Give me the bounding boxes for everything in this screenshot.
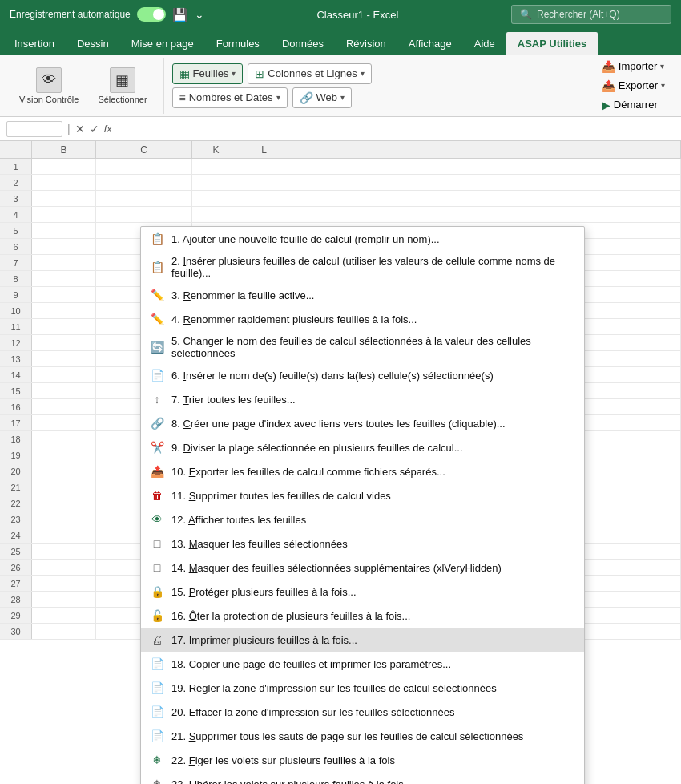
cell-c3[interactable] <box>96 191 192 206</box>
table-row[interactable]: 2 <box>0 175 681 191</box>
cell-l2[interactable] <box>240 175 681 190</box>
cell-b18[interactable] <box>32 431 96 447</box>
cell-l4[interactable] <box>240 207 681 222</box>
menu-item[interactable]: 📄18. Copier une page de feuilles et impr… <box>141 652 584 676</box>
ribbon-btn-selectionner[interactable]: ▦ Sélectionner <box>91 64 153 107</box>
cell-c4[interactable] <box>96 207 192 222</box>
cell-b6[interactable] <box>32 239 96 254</box>
menu-item[interactable]: 🔗8. Créer une page d'index avec liens ve… <box>141 411 584 435</box>
tab-revision[interactable]: Révision <box>335 32 397 55</box>
cell-b30[interactable] <box>32 624 96 639</box>
cell-b16[interactable] <box>32 399 96 414</box>
menu-item[interactable]: ✂️9. Diviser la plage sélectionnée en pl… <box>141 435 584 459</box>
cell-b28[interactable] <box>32 592 96 607</box>
cell-b12[interactable] <box>32 335 96 350</box>
tab-mise-en-page[interactable]: Mise en page <box>120 32 205 55</box>
cell-b13[interactable] <box>32 351 96 366</box>
cell-b15[interactable] <box>32 383 96 398</box>
cell-c1[interactable] <box>96 159 192 174</box>
menu-item[interactable]: ❄23. Libérer les volets sur plusieurs fe… <box>141 772 584 784</box>
cell-b5[interactable] <box>32 223 96 238</box>
colonnes-lignes-dropdown[interactable]: ⊞ Colonnes et Lignes ▾ <box>248 63 371 84</box>
cell-c2[interactable] <box>96 175 192 190</box>
tab-affichage[interactable]: Affichage <box>397 32 463 55</box>
cell-b10[interactable] <box>32 303 96 318</box>
col-header-c[interactable]: C <box>96 141 192 158</box>
menu-item[interactable]: 📄21. Supprimer tous les sauts de page su… <box>141 724 584 748</box>
cell-k2[interactable] <box>192 175 240 190</box>
cell-b4[interactable] <box>32 207 96 222</box>
cell-b25[interactable] <box>32 544 96 559</box>
cell-b2[interactable] <box>32 175 96 190</box>
menu-item[interactable]: 📄6. Insérer le nom de(s) feuille(s) dans… <box>141 363 584 387</box>
table-row[interactable]: 4 <box>0 207 681 223</box>
name-box[interactable] <box>6 121 62 137</box>
menu-item[interactable]: 📄20. Effacer la zone d'impression sur le… <box>141 700 584 724</box>
menu-item[interactable]: 🔓16. Ôter la protection de plusieurs feu… <box>141 604 584 628</box>
tab-donnees[interactable]: Données <box>271 32 335 55</box>
cell-k4[interactable] <box>192 207 240 222</box>
menu-item[interactable]: □13. Masquer les feuilles sélectionnées <box>141 531 584 556</box>
menu-item[interactable]: 📤10. Exporter les feuilles de calcul com… <box>141 459 584 483</box>
cell-b8[interactable] <box>32 271 96 286</box>
cell-b7[interactable] <box>32 255 96 270</box>
cell-b17[interactable] <box>32 415 96 430</box>
cell-b24[interactable] <box>32 527 96 543</box>
cell-b22[interactable] <box>32 495 96 511</box>
web-dropdown[interactable]: 🔗 Web ▾ <box>292 87 353 108</box>
tab-dessin[interactable]: Dessin <box>66 32 120 55</box>
cell-k1[interactable] <box>192 159 240 174</box>
cell-b1[interactable] <box>32 159 96 174</box>
menu-item[interactable]: 👁12. Afficher toutes les feuilles <box>141 507 584 531</box>
nombres-dates-dropdown[interactable]: ≡ Nombres et Dates ▾ <box>172 87 288 108</box>
menu-item[interactable]: ↕7. Trier toutes les feuilles... <box>141 387 584 411</box>
menu-item[interactable]: 🖨17. Imprimer plusieurs feuilles à la fo… <box>141 628 584 652</box>
menu-item[interactable]: 🔄5. Changer le nom des feuilles de calcu… <box>141 331 584 363</box>
formula-input[interactable] <box>117 121 675 136</box>
col-header-b[interactable]: B <box>32 141 96 158</box>
cell-b21[interactable] <box>32 479 96 495</box>
menu-item[interactable]: 📋2. Insérer plusieurs feuilles de calcul… <box>141 251 584 283</box>
cell-b14[interactable] <box>32 367 96 382</box>
ribbon-btn-vision[interactable]: 👁 Vision Contrôle <box>13 64 85 107</box>
table-row[interactable]: 3 <box>0 191 681 207</box>
tab-insertion[interactable]: Insertion <box>3 32 66 55</box>
menu-item[interactable]: □14. Masquer des feuilles sélectionnées … <box>141 556 584 580</box>
cell-b27[interactable] <box>32 576 96 591</box>
tab-formules[interactable]: Formules <box>205 32 271 55</box>
feuilles-dropdown[interactable]: ▦ Feuilles ▾ <box>172 63 244 84</box>
menu-item[interactable]: 📄19. Régler la zone d'impression sur les… <box>141 676 584 700</box>
cell-l1[interactable] <box>240 159 681 174</box>
table-row[interactable]: 1 <box>0 159 681 175</box>
ribbon-btn-importer[interactable]: 📥 Importer ▾ <box>598 59 668 75</box>
ribbon-btn-exporter[interactable]: 📤 Exporter ▾ <box>598 78 668 94</box>
col-header-k[interactable]: K <box>192 141 240 158</box>
cell-k3[interactable] <box>192 191 240 206</box>
menu-item[interactable]: 🔒15. Protéger plusieurs feuilles à la fo… <box>141 580 584 604</box>
cell-b23[interactable] <box>32 511 96 527</box>
ribbon-btn-demarrer[interactable]: ▶ Démarrer <box>598 97 668 113</box>
menu-item[interactable]: 🗑11. Supprimer toutes les feuilles de ca… <box>141 483 584 507</box>
cell-l3[interactable] <box>240 191 681 206</box>
cell-b3[interactable] <box>32 191 96 206</box>
tab-asap[interactable]: ASAP Utilities <box>506 32 598 55</box>
quick-access-icon[interactable]: ⌄ <box>195 8 204 21</box>
menu-item[interactable]: ❄22. Figer les volets sur plusieurs feui… <box>141 748 584 772</box>
menu-item[interactable]: ✏️3. Renommer la feuille active... <box>141 283 584 307</box>
search-box[interactable]: 🔍 Rechercher (Alt+Q) <box>511 5 671 24</box>
cancel-icon[interactable]: ✕ <box>75 123 85 135</box>
fx-icon[interactable]: fx <box>104 123 112 135</box>
autosave-toggle[interactable] <box>137 7 166 22</box>
tab-aide[interactable]: Aide <box>463 32 506 55</box>
menu-item[interactable]: ✏️4. Renommer rapidement plusieurs feuil… <box>141 307 584 331</box>
confirm-icon[interactable]: ✓ <box>90 123 99 135</box>
save-icon[interactable]: 💾 <box>172 7 188 22</box>
col-header-l[interactable]: L <box>240 141 288 158</box>
cell-b9[interactable] <box>32 287 96 302</box>
cell-b19[interactable] <box>32 447 96 463</box>
cell-b26[interactable] <box>32 560 96 575</box>
cell-b11[interactable] <box>32 319 96 334</box>
cell-b20[interactable] <box>32 463 96 479</box>
cell-b29[interactable] <box>32 608 96 623</box>
menu-item[interactable]: 📋1. Ajouter une nouvelle feuille de calc… <box>141 227 584 251</box>
